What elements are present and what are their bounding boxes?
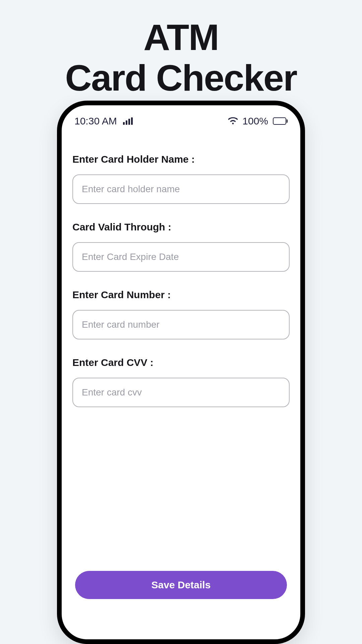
card-holder-name-group: Enter Card Holder Name : xyxy=(72,154,290,204)
card-form: Enter Card Holder Name : Card Valid Thro… xyxy=(62,130,300,407)
cellular-signal-icon xyxy=(123,117,133,125)
status-bar-left: 10:30 AM xyxy=(74,115,133,127)
title-line-2: Card Checker xyxy=(65,57,297,98)
title-line-1: ATM xyxy=(143,16,219,58)
save-details-button[interactable]: Save Details xyxy=(75,571,287,599)
battery-percent: 100% xyxy=(242,115,268,127)
page-title: ATM Card Checker xyxy=(0,0,362,98)
card-number-label: Enter Card Number : xyxy=(72,289,290,301)
valid-through-label: Card Valid Through : xyxy=(72,221,290,233)
cvv-group: Enter Card CVV : xyxy=(72,357,290,407)
valid-through-group: Card Valid Through : xyxy=(72,221,290,272)
wifi-icon xyxy=(228,115,238,127)
card-holder-name-label: Enter Card Holder Name : xyxy=(72,154,290,165)
status-bar-right: 100% xyxy=(228,115,288,127)
card-number-group: Enter Card Number : xyxy=(72,289,290,339)
phone-frame: 10:30 AM 100% Enter Card Holder Name : xyxy=(57,101,305,644)
battery-icon xyxy=(273,117,288,125)
status-bar: 10:30 AM 100% xyxy=(62,105,300,130)
card-holder-name-input[interactable] xyxy=(72,174,290,204)
status-time: 10:30 AM xyxy=(74,115,117,127)
valid-through-input[interactable] xyxy=(72,242,290,272)
cvv-label: Enter Card CVV : xyxy=(72,357,290,368)
cvv-input[interactable] xyxy=(72,378,290,407)
card-number-input[interactable] xyxy=(72,310,290,339)
